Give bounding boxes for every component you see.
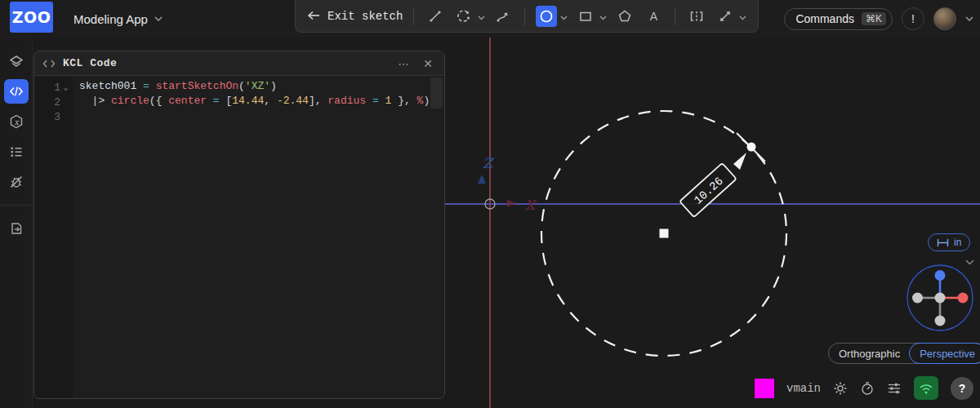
editor-scrollbar[interactable] [430, 78, 443, 109]
code-token: startSketchOn [156, 80, 238, 92]
gizmo-z-handle[interactable] [935, 270, 946, 281]
code-token: }, [391, 95, 416, 107]
panel-menu-button[interactable]: ⋯ [394, 57, 412, 70]
circle-tool-chevron-icon[interactable] [560, 9, 568, 24]
code-token: ], [309, 95, 327, 107]
text-icon: A [650, 10, 657, 23]
projection-toggle: Orthographic Perspective [828, 343, 980, 364]
color-swatch[interactable] [755, 379, 774, 398]
gizmo-neg-x-handle[interactable] [912, 293, 923, 304]
rectangle-tool-chevron-icon[interactable] [599, 9, 607, 24]
timer-button[interactable] [860, 381, 875, 396]
cursor-wedge-icon [733, 153, 746, 170]
line-number[interactable]: 1⌄ [34, 80, 73, 95]
code-token: circle [111, 95, 149, 107]
sidebar-item-logs[interactable] [4, 140, 29, 164]
zoo-logo[interactable]: ZOO [10, 2, 53, 33]
code-token: ) [423, 95, 430, 107]
orientation-gizmo[interactable] [899, 257, 980, 339]
dimension-tool-chevron-icon[interactable] [739, 9, 746, 24]
sidebar-item-kcl-code[interactable] [4, 79, 29, 104]
exclamation-icon: ! [911, 12, 915, 25]
line-number[interactable]: 2 [34, 95, 73, 109]
code-token: 14.44 [232, 95, 264, 107]
version-label[interactable]: vmain [786, 382, 821, 395]
line-number[interactable]: 3 [34, 109, 73, 124]
arc-icon [456, 8, 472, 24]
commands-label: Commands [795, 12, 854, 25]
gear-icon [833, 381, 848, 396]
code-token: ) [270, 80, 277, 92]
sliders-icon [887, 381, 902, 396]
z-axis-label: z [483, 150, 495, 173]
network-status-button[interactable] [914, 376, 938, 400]
kcl-code-panel-header[interactable]: KCL Code ⋯ ✕ [34, 51, 444, 76]
orthographic-button[interactable]: Orthographic [829, 344, 910, 363]
line-icon [427, 8, 443, 24]
code-line[interactable]: |> circle({ center = [14.44, -2.44], rad… [79, 95, 444, 109]
code-token: radius [327, 95, 372, 107]
settings-gear-button[interactable] [833, 381, 848, 396]
feature-tree-icon [8, 53, 24, 69]
svg-text:x: x [14, 118, 20, 126]
help-button[interactable]: ? [951, 377, 973, 400]
spline-tool-button[interactable] [492, 6, 514, 27]
panel-close-button[interactable]: ✕ [420, 57, 436, 70]
code-gutter: 1⌄23 [34, 76, 73, 398]
radius-drag-handle[interactable] [747, 143, 756, 152]
toolbar-divider [413, 7, 414, 25]
arc-tool-chevron-icon[interactable] [478, 9, 485, 24]
exit-sketch-button[interactable]: Exit sketch [307, 10, 403, 23]
circle-center-handle[interactable] [660, 229, 669, 238]
x-axis-arrow-icon [507, 199, 515, 207]
code-line[interactable] [79, 109, 444, 124]
dimension-icon [717, 8, 733, 24]
toolbar-divider [675, 7, 675, 25]
code-lines[interactable]: sketch001 = startSketchOn('XZ') |> circl… [73, 76, 444, 398]
z-axis-arrow-icon [478, 175, 486, 184]
perspective-button[interactable]: Perspective [909, 343, 980, 364]
spline-icon [495, 8, 511, 24]
text-tool-button[interactable]: A [643, 6, 664, 27]
sketch-toolbar: Exit sketch [295, 0, 759, 33]
code-token: 'XZ' [245, 80, 270, 92]
exit-sketch-label: Exit sketch [327, 10, 403, 23]
render-settings-button[interactable] [887, 381, 902, 396]
code-icon [8, 83, 24, 100]
mirror-tool-button[interactable] [686, 6, 707, 27]
modeling-app-window: z x 10.26 ZOO Modeling App [0, 0, 980, 408]
sidebar-item-export[interactable] [4, 216, 29, 241]
user-avatar[interactable] [933, 7, 956, 30]
tangential-arc-tool-button[interactable] [453, 6, 474, 27]
gizmo-neg-z-handle[interactable] [935, 316, 946, 326]
code-token: -2.44 [277, 95, 309, 107]
export-icon [8, 220, 24, 237]
list-icon [8, 144, 24, 160]
line-tool-button[interactable] [425, 6, 446, 27]
notifications-button[interactable]: ! [902, 7, 924, 30]
chevron-down-icon [154, 16, 163, 21]
code-editor[interactable]: 1⌄23 sketch001 = startSketchOn('XZ') |> … [34, 76, 444, 398]
user-menu-chevron-icon[interactable] [965, 16, 973, 21]
code-line[interactable]: sketch001 = startSketchOn('XZ') [79, 80, 444, 95]
project-menu[interactable]: Modeling App [74, 0, 163, 38]
left-sidebar: x [0, 38, 33, 408]
rectangle-tool-button[interactable] [575, 6, 596, 27]
polygon-tool-button[interactable] [614, 6, 635, 27]
sidebar-item-variables[interactable]: x [4, 109, 29, 134]
gizmo-x-handle[interactable] [958, 293, 969, 304]
sidebar-item-feature-tree[interactable] [4, 49, 29, 73]
dimension-label[interactable]: 10.26 [679, 163, 736, 217]
commands-button[interactable]: Commands ⌘K [784, 8, 893, 30]
fold-chevron-icon[interactable]: ⌄ [60, 82, 71, 92]
code-token: , [264, 95, 277, 107]
dimension-tool-button[interactable] [715, 6, 736, 27]
circle-icon [538, 8, 555, 24]
gizmo-center-handle[interactable] [935, 293, 946, 304]
question-mark-icon: ? [959, 382, 966, 395]
circle-tool-button[interactable] [536, 6, 557, 27]
kcl-code-panel: KCL Code ⋯ ✕ 1⌄23 sketch001 = startSketc… [33, 51, 445, 399]
sidebar-item-debug[interactable] [4, 170, 29, 194]
code-token: = [372, 95, 385, 107]
units-badge[interactable]: in [928, 233, 970, 251]
